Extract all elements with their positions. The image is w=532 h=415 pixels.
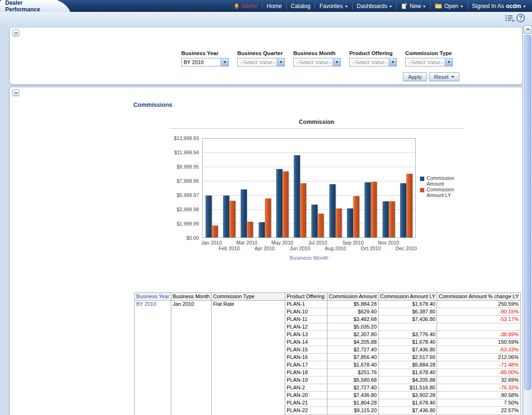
bar-commission-amount-may-2010[interactable] bbox=[276, 169, 282, 237]
chevron-down-icon bbox=[224, 61, 226, 63]
filter-field-business-year: Business YearBY 2010 bbox=[181, 50, 229, 66]
bar-commission-amount-ly-dec-2010[interactable] bbox=[406, 174, 412, 237]
bar-commission-amount-nov-2010[interactable] bbox=[383, 201, 389, 237]
chevron-down-icon bbox=[460, 6, 463, 8]
navbar-item-home[interactable]: Home bbox=[262, 3, 286, 9]
commissions-table: Business YearBusiness MonthCommission Ty… bbox=[134, 292, 521, 415]
y-axis-tick-label: $11,999.94 bbox=[161, 150, 199, 155]
commission-type-cell: Flat Rate bbox=[211, 301, 285, 415]
chevron-down-icon bbox=[423, 6, 426, 8]
dropdown-value: BY 2010 bbox=[182, 59, 221, 65]
business-year-cell[interactable]: BY 2010 bbox=[135, 301, 171, 415]
apply-button[interactable]: Apply bbox=[403, 72, 427, 81]
chevron-down-icon bbox=[392, 61, 394, 63]
product-offering-cell: PLAN-18 bbox=[285, 369, 327, 377]
commission-amount-cell: $7,856.40 bbox=[327, 354, 378, 361]
bar-commission-amount-ly-jan-2010[interactable] bbox=[212, 226, 218, 237]
dropdown-value: --Select Value-- bbox=[294, 59, 333, 65]
legend-swatch-icon bbox=[420, 177, 424, 181]
y-axis-tick-label: $1,999.99 bbox=[161, 221, 199, 226]
legend-label: Commission Amount bbox=[427, 176, 461, 187]
bar-commission-amount-oct-2010[interactable] bbox=[364, 182, 371, 237]
navbar-item-label: Dashboards bbox=[357, 3, 388, 9]
filter-panel: Business YearBY 2010Business Quarter--Se… bbox=[9, 27, 523, 85]
alerts-button[interactable]: Alerts! bbox=[229, 3, 262, 9]
pct-change-cell: -53.17% bbox=[437, 316, 521, 323]
dropdown-arrow-button[interactable] bbox=[389, 58, 396, 66]
bar-commission-amount-jan-2010[interactable] bbox=[205, 196, 212, 237]
pct-change-cell: -38.89% bbox=[437, 331, 521, 339]
y-axis-tick-label: $13,999.93 bbox=[161, 135, 199, 141]
bar-commission-amount-ly-apr-2010[interactable] bbox=[265, 198, 271, 237]
filter-dropdown-business-quarter[interactable]: --Select Value-- bbox=[237, 58, 285, 66]
collapse-filter-panel-button[interactable] bbox=[12, 29, 19, 36]
navbar-item-favorites[interactable]: Favorites bbox=[315, 3, 352, 9]
commission-amount-ly-cell: $11,516.80 bbox=[378, 384, 437, 392]
product-offering-cell: PLAN-16 bbox=[285, 354, 327, 361]
reset-label: Reset bbox=[434, 74, 448, 80]
scrollbar-thumb[interactable] bbox=[524, 35, 531, 390]
bar-commission-amount-ly-jul-2010[interactable] bbox=[317, 214, 324, 237]
pct-change-cell: -85.00% bbox=[437, 369, 521, 377]
bar-commission-amount-feb-2010[interactable] bbox=[223, 196, 229, 237]
new-button[interactable]: New bbox=[397, 2, 430, 9]
filter-dropdown-business-month[interactable]: --Select Value-- bbox=[293, 58, 341, 66]
bar-commission-amount-ly-aug-2010[interactable] bbox=[336, 208, 342, 237]
navbar-item-catalog[interactable]: Catalog bbox=[287, 3, 315, 9]
bar-commission-amount-sep-2010[interactable] bbox=[347, 208, 353, 237]
collapse-commissions-panel-button[interactable] bbox=[12, 89, 19, 96]
open-label: Open bbox=[444, 3, 458, 9]
bar-commission-amount-dec-2010[interactable] bbox=[400, 183, 406, 237]
bar-commission-amount-aug-2010[interactable] bbox=[329, 184, 336, 237]
filter-dropdown-business-year[interactable]: BY 2010 bbox=[181, 58, 229, 66]
bar-group-mar-2010 bbox=[238, 189, 256, 237]
page-options-icon[interactable] bbox=[505, 15, 515, 22]
bar-commission-amount-ly-jun-2010[interactable] bbox=[300, 183, 306, 237]
x-axis-tick-label: Nov 2010 bbox=[378, 240, 399, 245]
dropdown-arrow-button[interactable] bbox=[221, 58, 228, 66]
x-axis-tick-label: Aug 2010 bbox=[325, 245, 346, 251]
column-header-business-year[interactable]: Business Year bbox=[135, 293, 171, 301]
filter-dropdown-product-offering[interactable]: --Select Value-- bbox=[349, 58, 397, 66]
bar-commission-amount-ly-sep-2010[interactable] bbox=[353, 196, 359, 237]
column-header-commission-amount-change-ly: Commission Amount % change LY bbox=[437, 293, 521, 301]
product-offering-cell: PLAN-15 bbox=[285, 346, 327, 354]
column-header-business-month: Business Month bbox=[171, 293, 211, 301]
chart-y-axis: $13,999.93$11,999.94$9,999.95$7,999.96$5… bbox=[161, 135, 199, 241]
bar-commission-amount-jul-2010[interactable] bbox=[311, 205, 317, 237]
filter-dropdown-commission-type[interactable]: --Select Value-- bbox=[405, 58, 453, 66]
product-offering-cell: PLAN-12 bbox=[285, 323, 327, 331]
help-icon[interactable]: ? bbox=[516, 14, 525, 22]
commissions-panel: Commissions Commission $13,999.93$11,999… bbox=[9, 87, 523, 415]
dropdown-arrow-button[interactable] bbox=[277, 58, 284, 66]
bar-commission-amount-mar-2010[interactable] bbox=[241, 189, 247, 237]
scrollbar-up-button[interactable] bbox=[523, 25, 532, 34]
bar-commission-amount-ly-mar-2010[interactable] bbox=[247, 222, 253, 237]
bar-commission-amount-apr-2010[interactable] bbox=[259, 222, 265, 237]
bar-commission-amount-ly-may-2010[interactable] bbox=[282, 171, 289, 237]
bar-commission-amount-ly-feb-2010[interactable] bbox=[229, 201, 235, 237]
commission-amount-cell: $5,884.28 bbox=[327, 301, 378, 308]
commission-amount-ly-cell bbox=[378, 323, 437, 331]
bar-commission-amount-ly-oct-2010[interactable] bbox=[371, 182, 377, 237]
commission-amount-cell: $2,727.40 bbox=[327, 384, 378, 392]
bar-commission-amount-jun-2010[interactable] bbox=[294, 155, 300, 237]
reset-button[interactable]: Reset bbox=[429, 72, 459, 81]
chevron-down-icon bbox=[451, 76, 454, 78]
vertical-scrollbar[interactable] bbox=[523, 25, 532, 415]
dropdown-arrow-button[interactable] bbox=[445, 58, 452, 66]
tab-dealer-performance[interactable]: Dealer Performance bbox=[0, 0, 58, 12]
dropdown-arrow-button[interactable] bbox=[333, 58, 340, 66]
bar-commission-amount-ly-nov-2010[interactable] bbox=[389, 201, 395, 237]
navbar-item-dashboards[interactable]: Dashboards bbox=[353, 3, 397, 9]
product-offering-cell: PLAN-1 bbox=[285, 301, 327, 308]
product-offering-cell: PLAN-20 bbox=[285, 392, 327, 399]
open-button[interactable]: Open bbox=[430, 3, 467, 9]
bar-group-dec-2010 bbox=[397, 174, 415, 237]
product-offering-cell: PLAN-19 bbox=[285, 377, 327, 384]
tab-label: Dealer Performance bbox=[5, 0, 58, 13]
navbar-item-label: Favorites bbox=[319, 3, 343, 9]
signed-in-as-menu[interactable]: Signed In As ocdm bbox=[468, 3, 530, 9]
commission-amount-ly-cell: $1,678.40 bbox=[378, 369, 437, 377]
filter-field-business-quarter: Business Quarter--Select Value-- bbox=[237, 50, 285, 66]
